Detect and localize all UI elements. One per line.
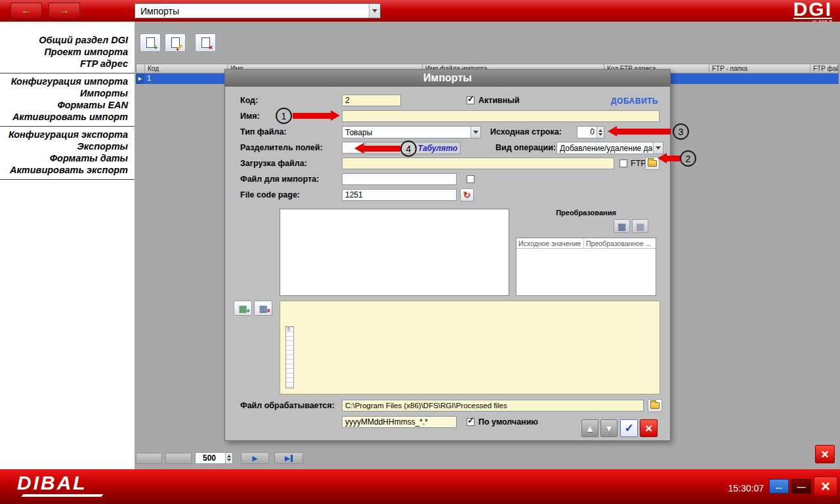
- document-edit-icon: [171, 37, 180, 48]
- code-field[interactable]: 2: [342, 94, 401, 106]
- sidebar-item-ftp-address[interactable]: FTP адрес: [0, 58, 135, 70]
- move-up-button[interactable]: ▲: [581, 419, 598, 437]
- folder-icon: [648, 160, 657, 167]
- file-type-select[interactable]: Товары: [342, 126, 481, 138]
- sidebar-group-export: Конфигурация экспорта Экспорты Форматы д…: [0, 127, 135, 180]
- dibal-logo-text: DIBAL: [17, 473, 102, 493]
- transform-col-source[interactable]: Исходное значение: [516, 238, 584, 248]
- sidebar-item-import-config[interactable]: Конфигурация импорта: [0, 75, 135, 87]
- ruler-origin-label: 0: [287, 327, 290, 331]
- main-content: + × Код Имя Имя файла импорта Код FTP ад…: [135, 22, 840, 469]
- grid-col-ftp-file[interactable]: FTP файл: [810, 64, 838, 73]
- nav-last-button[interactable]: ▶: [274, 452, 303, 464]
- check-icon: ✓: [467, 416, 474, 425]
- fields-listbox[interactable]: [280, 209, 509, 296]
- annotation-circle-4: 4: [400, 140, 417, 157]
- sidebar-item-export-config[interactable]: Конфигурация экспорта: [0, 129, 135, 140]
- operation-select[interactable]: Добавление/удаление да: [556, 142, 663, 154]
- chevron-down-icon[interactable]: [653, 142, 663, 154]
- top-toolbar: ← → Импорты DGI V. 110-Z: [0, 0, 840, 22]
- default-checkbox[interactable]: ✓: [467, 418, 474, 426]
- sidebar-item-exports[interactable]: Экспорты: [0, 140, 135, 152]
- nav-prev-button[interactable]: [165, 453, 192, 464]
- chevron-down-icon[interactable]: [369, 4, 380, 18]
- column-ruler[interactable]: 0: [285, 326, 294, 388]
- code-label: Код:: [240, 96, 258, 105]
- annotation-arrow-3: [608, 126, 671, 136]
- section-select-value: Импорты: [135, 6, 369, 16]
- active-label: Активный: [478, 96, 520, 105]
- row-kod-value: 1: [144, 74, 227, 84]
- sidebar-item-activate-import[interactable]: Активировать импорт: [0, 111, 135, 123]
- section-code-checkbox[interactable]: [467, 175, 474, 183]
- stepper-arrows-icon[interactable]: [225, 453, 232, 463]
- ftp-checkbox[interactable]: [620, 159, 627, 167]
- nav-next-button[interactable]: ▶: [241, 452, 269, 464]
- close-section-button[interactable]: ×: [815, 445, 835, 463]
- sidebar-item-imports[interactable]: Импорты: [0, 87, 135, 99]
- import-file-field[interactable]: [342, 173, 457, 185]
- forward-button[interactable]: →: [49, 3, 80, 19]
- code-page-field[interactable]: 1251: [342, 189, 457, 201]
- sidebar-item-import-project[interactable]: Проект импорта: [0, 46, 135, 58]
- play-icon: ▶: [252, 455, 257, 462]
- add-link[interactable]: ДОБАВИТЬ: [611, 96, 658, 106]
- more-options-button[interactable]: ...: [769, 479, 789, 494]
- nav-first-button[interactable]: [136, 453, 162, 464]
- grid-col-ftp-folder[interactable]: FTP - папка: [709, 64, 810, 73]
- sidebar-item-ean-formats[interactable]: Форматы EAN: [0, 99, 135, 111]
- imports-dialog: Импорты Код: 2 ✓ Активный ДОБАВИТЬ Имя: …: [224, 69, 671, 441]
- operation-label: Вид операции:: [495, 143, 556, 152]
- record-toolbar: + ×: [140, 33, 220, 52]
- field-designer-area[interactable]: 0: [280, 301, 660, 394]
- back-arrow-icon: ←: [21, 5, 32, 16]
- down-arrow-icon: ▼: [604, 423, 614, 434]
- transformations-table[interactable]: Исходное значение Преобразованное ...: [516, 238, 656, 296]
- cancel-button[interactable]: ×: [640, 419, 658, 437]
- up-arrow-icon: ▲: [585, 423, 595, 434]
- section-select[interactable]: Импорты: [135, 3, 381, 18]
- sidebar-item-general-dgi[interactable]: Общий раздел DGI: [0, 34, 135, 46]
- grid-col-kod[interactable]: Код: [145, 64, 228, 73]
- start-row-stepper[interactable]: 0: [577, 126, 604, 138]
- transform-add-button[interactable]: ▦: [614, 219, 630, 233]
- document-add-icon: +: [146, 37, 155, 48]
- transform-delete-button[interactable]: ▦: [632, 219, 648, 233]
- mask-field[interactable]: yyyyMMddHHmmss_*.*: [342, 416, 457, 428]
- active-checkbox[interactable]: ✓: [467, 96, 474, 104]
- processed-path-field[interactable]: C:\Program Files (x86)\DFS\RGI\Processed…: [342, 400, 644, 411]
- ftp-label: FTP: [631, 159, 646, 168]
- close-icon: ×: [821, 477, 830, 495]
- edit-record-button[interactable]: [165, 33, 186, 52]
- move-down-button[interactable]: ▼: [600, 419, 618, 437]
- chevron-down-icon[interactable]: [471, 127, 480, 138]
- column-add-button[interactable]: ▦ +: [234, 301, 252, 316]
- exit-button[interactable]: ×: [814, 476, 837, 496]
- name-field[interactable]: [342, 110, 660, 122]
- page-size-stepper[interactable]: 500: [195, 452, 233, 464]
- plus-icon: +: [246, 307, 250, 314]
- back-button[interactable]: ←: [10, 3, 42, 19]
- browse-processed-button[interactable]: [648, 399, 662, 412]
- row-marker-icon: ▶: [136, 74, 144, 84]
- file-type-value: Товары: [343, 128, 471, 137]
- add-record-button[interactable]: +: [140, 33, 161, 52]
- clock-label: 15:30:07: [728, 483, 765, 494]
- status-bar: DIBAL 15:30:07 ... — ×: [0, 469, 840, 504]
- sidebar-item-activate-export[interactable]: Активировать экспорт: [0, 164, 135, 176]
- confirm-button[interactable]: ✓: [620, 419, 638, 437]
- upload-field[interactable]: [342, 158, 614, 169]
- stepper-arrows-icon[interactable]: [597, 127, 604, 138]
- sidebar-item-date-formats[interactable]: Форматы даты: [0, 152, 135, 164]
- annotation-arrow-4: [354, 143, 400, 154]
- default-label: По умолчанию: [478, 417, 538, 427]
- transform-col-result[interactable]: Преобразованное ...: [584, 238, 656, 248]
- delete-record-button[interactable]: ×: [195, 33, 216, 52]
- refresh-codepage-button[interactable]: ↻: [460, 188, 474, 201]
- annotation-arrow-2: [658, 153, 680, 163]
- column-delete-button[interactable]: ▦ ×: [254, 301, 272, 316]
- minimize-button[interactable]: —: [791, 479, 811, 494]
- close-icon: ×: [645, 421, 652, 436]
- annotation-circle-2: 2: [680, 150, 696, 167]
- transformations-table-header: Исходное значение Преобразованное ...: [516, 238, 656, 249]
